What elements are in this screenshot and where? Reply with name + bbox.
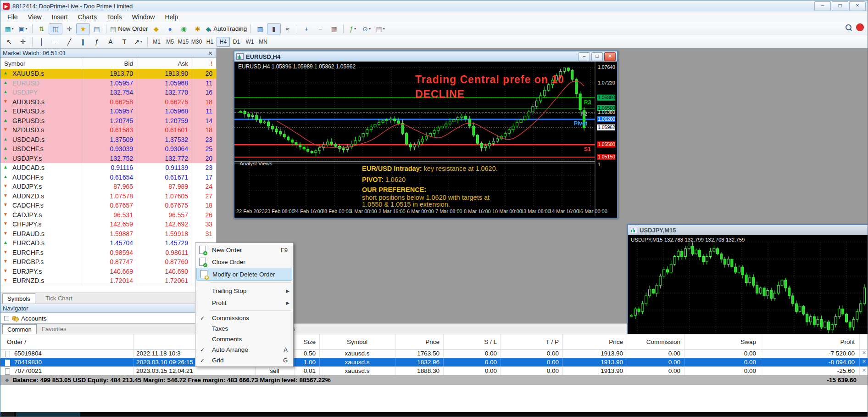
market-watch-row[interactable]: ▲XAUUSD.s1913.701913.9020 bbox=[0, 69, 216, 79]
timeframe-m30[interactable]: M30 bbox=[190, 37, 203, 47]
label-icon[interactable]: T bbox=[117, 36, 131, 47]
zoom-out-icon[interactable]: − bbox=[313, 23, 327, 34]
market-watch-row[interactable]: ▼EURNZD.s1.720141.72061 bbox=[0, 276, 216, 286]
channel-icon[interactable]: ∥ bbox=[76, 36, 90, 47]
column-header-spread[interactable]: ! bbox=[191, 58, 212, 69]
orders-column-symbol[interactable]: Symbol bbox=[319, 338, 395, 346]
bar-chart-icon[interactable]: ▥ bbox=[253, 23, 267, 34]
chart-restore-button[interactable]: □ bbox=[591, 52, 603, 61]
horizontal-line-icon[interactable]: ─ bbox=[49, 36, 62, 47]
tab-tick-chart[interactable]: Tick Chart bbox=[41, 294, 77, 303]
menu-item-profit[interactable]: Profit▶ bbox=[195, 297, 293, 309]
autotrading-button[interactable]: ◆●AutoTrading bbox=[205, 23, 249, 34]
menu-item-grid[interactable]: Grid✓G bbox=[195, 355, 293, 366]
search-icon[interactable] bbox=[846, 24, 851, 30]
market-watch-row[interactable]: ▲USDCHF.s0.930390.9306425 bbox=[0, 144, 216, 154]
order-row[interactable]: 650198042022.11.18 10:30.50xauusd.s1763.… bbox=[0, 349, 868, 358]
chart-close-button[interactable]: ✕ bbox=[604, 52, 616, 61]
timeframe-w1[interactable]: W1 bbox=[243, 37, 256, 47]
tab-symbols[interactable]: Symbols bbox=[2, 293, 35, 304]
eurusd-window-titlebar[interactable]: EURUSD,H4 – □ ✕ bbox=[234, 51, 617, 62]
order-row[interactable]: 707700212023.03.15 12:04:21sell0.01xauus… bbox=[0, 366, 868, 376]
market-watch-row[interactable]: ▼AUDJPY.s87.96587.98924 bbox=[0, 182, 216, 192]
market-watch-icon[interactable]: ◫ bbox=[49, 23, 62, 34]
menu-file[interactable]: File bbox=[2, 12, 23, 22]
market-watch-row[interactable]: ▲USDJPY.s132.752132.77220 bbox=[0, 154, 216, 164]
timeframe-m1[interactable]: M1 bbox=[150, 37, 163, 47]
market-watch-row[interactable]: ▲GBPUSD.s1.207451.2075914 bbox=[0, 116, 216, 126]
orders-column-profit[interactable]: Profit bbox=[760, 338, 858, 346]
menu-item-new-order[interactable]: New Order+F9 bbox=[195, 244, 293, 256]
menu-item-auto-arrange[interactable]: Auto Arrange✓A bbox=[195, 344, 293, 355]
tick-chart-icon[interactable]: ⇅ bbox=[35, 23, 49, 34]
notifications-icon[interactable] bbox=[856, 23, 864, 31]
data-window-icon[interactable]: ✛ bbox=[62, 23, 76, 34]
minimize-button[interactable]: – bbox=[814, 1, 831, 11]
menu-window[interactable]: Window bbox=[127, 12, 160, 22]
vertical-line-icon[interactable]: │ bbox=[35, 36, 49, 47]
market-watch-row[interactable]: ▲USDJPY132.754132.77016 bbox=[0, 88, 216, 98]
new-chart-icon[interactable]: ▦▾ bbox=[2, 23, 16, 34]
close-order-icon[interactable]: ✕ bbox=[862, 359, 866, 365]
eurusd-chart-area[interactable]: EURUSD,H4 1.05896 1.05989 1.05862 1.0596… bbox=[234, 62, 615, 216]
profiles-icon[interactable]: ▣▾ bbox=[16, 23, 30, 34]
menu-item-trailing-stop[interactable]: Trailing Stop▶ bbox=[195, 285, 293, 297]
menu-tools[interactable]: Tools bbox=[102, 12, 127, 22]
tree-expand-icon[interactable]: - bbox=[4, 316, 9, 321]
line-chart-icon[interactable]: ≈ bbox=[281, 23, 295, 34]
market-watch-row[interactable]: ▼CHFJPY.s142.659142.69233 bbox=[0, 220, 216, 230]
market-watch-row[interactable]: ▼AUDNZD.s1.075781.0760527 bbox=[0, 192, 216, 202]
metaeditor-icon[interactable]: ◆ bbox=[150, 23, 163, 34]
periods-icon[interactable]: ⊙▾ bbox=[360, 23, 373, 34]
tab-common[interactable]: Common bbox=[2, 324, 37, 334]
cursor-icon[interactable]: ↖ bbox=[2, 36, 16, 47]
market-watch-row[interactable]: ▼NZDUSD.s0.615830.6160118 bbox=[0, 125, 216, 135]
indicators-icon[interactable]: ƒ▾ bbox=[346, 23, 360, 34]
menu-item-modify-or-delete-order[interactable]: Modify or Delete Order✱ bbox=[196, 268, 292, 281]
orders-column-t-p[interactable]: T / P bbox=[501, 338, 562, 346]
maximize-button[interactable]: □ bbox=[832, 1, 848, 11]
menu-item-taxes[interactable]: Taxes bbox=[195, 323, 293, 334]
menu-charts[interactable]: Charts bbox=[73, 12, 102, 22]
order-row[interactable]: 704198302023.03.10 09:26:15sell1.00xauus… bbox=[0, 358, 868, 367]
navigator-icon[interactable]: ★ bbox=[76, 23, 90, 34]
terminal-icon[interactable]: ▤ bbox=[90, 23, 104, 34]
navigator-item-accounts[interactable]: - Accounts bbox=[0, 314, 216, 323]
market-watch-row[interactable]: ▲EURUSD1.059571.0596811 bbox=[0, 79, 216, 89]
close-order-icon[interactable]: ✕ bbox=[862, 367, 866, 373]
orders-column-s-l[interactable]: S / L bbox=[443, 338, 501, 346]
column-header-bid[interactable]: Bid bbox=[81, 58, 133, 69]
orders-column-order-[interactable]: Order / bbox=[0, 338, 134, 346]
market-watch-row[interactable]: ▼CADCHF.s0.676570.6767518 bbox=[0, 201, 216, 211]
market-watch-row[interactable]: ▼EURAUD.s1.598871.5991831 bbox=[0, 229, 216, 239]
orders-column-price[interactable]: Price bbox=[395, 338, 443, 346]
column-header-ask[interactable]: Ask bbox=[136, 58, 188, 69]
new-order-button[interactable]: ▤New Order bbox=[109, 23, 150, 34]
orders-column-swap[interactable]: Swap bbox=[684, 338, 760, 346]
market-watch-row[interactable]: ▼CADJPY.s96.53196.55726 bbox=[0, 210, 216, 220]
menu-view[interactable]: View bbox=[23, 12, 47, 22]
close-order-icon[interactable]: ✕ bbox=[862, 350, 866, 356]
tile-windows-icon[interactable]: ▦ bbox=[327, 23, 341, 34]
menu-item-comments[interactable]: Comments bbox=[195, 334, 293, 344]
zoom-in-icon[interactable]: + bbox=[300, 23, 313, 34]
market-watch-row[interactable]: ▲USDCAD.s1.375091.3753223 bbox=[0, 135, 216, 145]
fibonacci-icon[interactable]: ƒ bbox=[90, 36, 104, 47]
templates-icon[interactable]: ▤▾ bbox=[373, 23, 387, 34]
market-watch-row[interactable]: ▼EURJPY.s140.669140.690 bbox=[0, 267, 216, 277]
menu-help[interactable]: Help bbox=[160, 12, 183, 22]
close-button[interactable]: × bbox=[849, 1, 866, 11]
timeframe-m5[interactable]: M5 bbox=[163, 37, 177, 47]
timeframe-h1[interactable]: H1 bbox=[203, 37, 217, 47]
expert-advisors-icon[interactable]: ● bbox=[163, 23, 177, 34]
timeframe-mn[interactable]: MN bbox=[256, 37, 270, 47]
menu-item-commissions[interactable]: Commissions✓ bbox=[195, 313, 293, 323]
orders-column-commission[interactable]: Commission bbox=[627, 338, 684, 346]
options-icon[interactable]: ✱ bbox=[191, 23, 205, 34]
tab-favorites[interactable]: Favorites bbox=[37, 325, 71, 333]
orders-column-price[interactable]: Price bbox=[562, 338, 627, 346]
market-watch-row[interactable]: ▲AUDCHF.s0.616540.6167117 bbox=[0, 173, 216, 183]
column-header-symbol[interactable]: Symbol bbox=[0, 58, 84, 69]
menu-item-close-order[interactable]: Close Order✓ bbox=[195, 256, 293, 268]
candlestick-chart-icon[interactable]: ▮ bbox=[267, 23, 281, 34]
